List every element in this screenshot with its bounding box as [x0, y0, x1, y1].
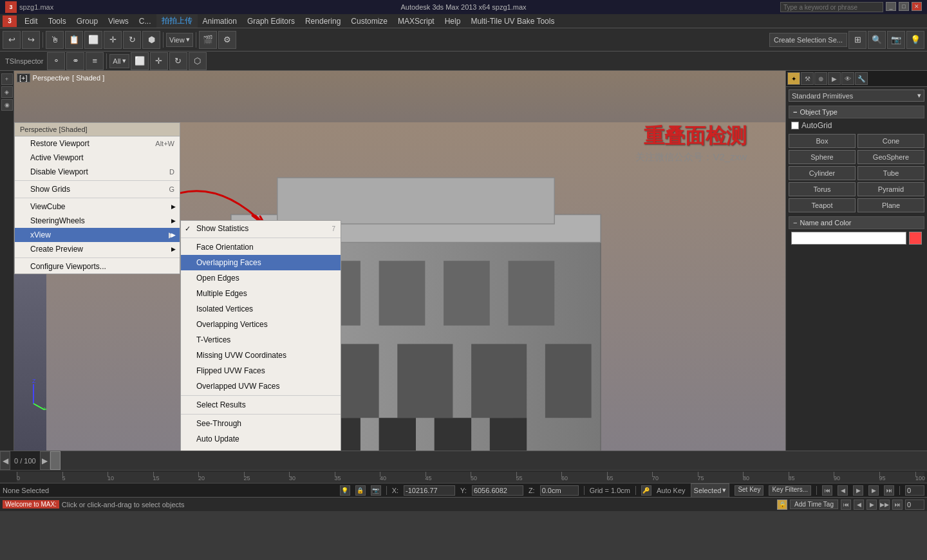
search-input[interactable]: [780, 2, 883, 12]
ts-btn-3[interactable]: ≡: [86, 52, 104, 70]
object-type-header[interactable]: − Object Type: [789, 106, 924, 118]
next-key-icon[interactable]: ▶: [868, 485, 879, 496]
xv-multiple-edges[interactable]: Multiple Edges: [181, 286, 341, 301]
obj-btn-pyramid[interactable]: Pyramid: [857, 182, 924, 196]
move-button[interactable]: ✛: [104, 31, 122, 49]
rotate-button[interactable]: ↻: [123, 31, 141, 49]
ts-move-btn[interactable]: ✛: [150, 52, 168, 70]
camera-icon[interactable]: 📷: [371, 485, 381, 496]
xv-select-results[interactable]: Select Results: [181, 397, 341, 413]
tb-extra-2[interactable]: 🔍: [868, 31, 886, 49]
tb-extra-4[interactable]: 💡: [906, 31, 924, 49]
prev-key-icon[interactable]: ◀: [838, 485, 848, 496]
vm-show-grids[interactable]: Show Grids G: [15, 182, 180, 196]
next-frame-icon[interactable]: ⏭: [884, 485, 894, 496]
xv-isolated-vertices[interactable]: Isolated Vertices: [181, 301, 341, 317]
y-input[interactable]: [472, 485, 523, 496]
ts-btn-2[interactable]: ⚭: [66, 52, 84, 70]
timeline-arrow-right[interactable]: ▶: [40, 451, 50, 470]
timeline-arrow-left[interactable]: ◀: [0, 451, 10, 470]
menu-edit[interactable]: Edit: [19, 15, 43, 27]
obj-btn-tube[interactable]: Tube: [857, 166, 924, 180]
close-button[interactable]: ✕: [912, 2, 922, 11]
scale-button[interactable]: ⬢: [142, 31, 160, 49]
rp-tab-modify[interactable]: ⚒: [801, 72, 814, 85]
play-icon[interactable]: ▶: [853, 485, 863, 496]
ts-scale-btn[interactable]: ⬡: [189, 52, 207, 70]
tb-extra-3[interactable]: 📷: [887, 31, 905, 49]
ls-btn-2[interactable]: ◈: [1, 86, 13, 98]
rp-tab-hierarchy[interactable]: ⊕: [814, 72, 827, 85]
ls-btn-3[interactable]: ◉: [1, 99, 13, 111]
menu-group[interactable]: Group: [71, 15, 103, 27]
xv-show-statistics[interactable]: Show Statistics 7: [181, 221, 341, 236]
xv-open-edges[interactable]: Open Edges: [181, 270, 341, 286]
vm-active-viewport[interactable]: Active Viewport: [15, 151, 180, 165]
redo-button[interactable]: ↪: [22, 31, 40, 49]
timeline-handle[interactable]: [50, 451, 61, 470]
obj-btn-box[interactable]: Box: [789, 134, 856, 148]
xv-flipped-uvw[interactable]: Flipped UVW Faces: [181, 363, 341, 378]
all-dropdown[interactable]: All ▾: [109, 54, 129, 68]
select-region-button[interactable]: ⬜: [84, 31, 102, 49]
frame-input[interactable]: [905, 485, 924, 496]
menu-maxscript[interactable]: MAXScript: [393, 15, 440, 27]
rp-tab-display[interactable]: 👁: [841, 72, 854, 85]
key-icon[interactable]: 🔑: [641, 485, 651, 496]
bs-icon-3[interactable]: ▶: [866, 499, 877, 510]
xv-display-on-top[interactable]: Display On Top: [181, 447, 341, 451]
vm-viewcube[interactable]: ViewCube: [15, 200, 180, 214]
key-filters-button[interactable]: Key Filters...: [769, 485, 811, 496]
rp-tab-motion[interactable]: ▶: [828, 72, 841, 85]
std-primitives-dropdown[interactable]: Standard Primitives ▾: [789, 89, 924, 102]
xv-overlapping-faces[interactable]: Overlapping Faces: [181, 255, 341, 270]
add-time-tag-button[interactable]: Add Time Tag: [790, 499, 838, 509]
obj-btn-sphere[interactable]: Sphere: [789, 150, 856, 164]
prev-frame-icon[interactable]: ⏮: [822, 485, 832, 496]
xv-see-through[interactable]: See-Through: [181, 416, 341, 431]
maximize-button[interactable]: □: [899, 2, 909, 11]
xv-t-vertices[interactable]: T-Vertices: [181, 332, 341, 348]
set-key-button[interactable]: Set Key: [735, 485, 763, 496]
z-input[interactable]: [540, 485, 579, 496]
lock-key-icon[interactable]: 🔒: [777, 499, 787, 510]
xv-missing-uvw[interactable]: Missing UVW Coordinates: [181, 348, 341, 363]
rp-tab-utilities[interactable]: 🔧: [855, 72, 868, 85]
obj-btn-teapot[interactable]: Teapot: [789, 198, 856, 212]
obj-btn-cylinder[interactable]: Cylinder: [789, 166, 856, 180]
lock-icon[interactable]: 🔒: [355, 485, 366, 496]
vm-disable-viewport[interactable]: Disable Viewport D: [15, 165, 180, 179]
menu-tools[interactable]: Tools: [43, 15, 71, 27]
bs-icon-1[interactable]: ⏮: [841, 499, 851, 510]
xv-overlapped-uvw[interactable]: Overlapped UVW Faces: [181, 378, 341, 394]
menu-rendering[interactable]: Rendering: [300, 15, 346, 27]
undo-button[interactable]: ↩: [3, 31, 21, 49]
render-button[interactable]: 🎬: [199, 31, 217, 49]
menu-animation[interactable]: Animation: [198, 15, 242, 27]
ts-btn-1[interactable]: ⚬: [47, 52, 65, 70]
viewport-dropdown[interactable]: View ▾: [166, 33, 193, 47]
ts-select-btn[interactable]: ⬜: [131, 52, 149, 70]
obj-btn-geosphere[interactable]: GeoSphere: [857, 150, 924, 164]
color-swatch[interactable]: [909, 232, 922, 245]
x-input[interactable]: [404, 485, 455, 496]
vm-xview[interactable]: xView ▶: [15, 228, 180, 242]
menu-customize[interactable]: Customize: [346, 15, 393, 27]
viewport-plus[interactable]: [+]: [17, 73, 30, 82]
timeline-slider[interactable]: [50, 451, 927, 470]
rp-tab-create[interactable]: ✦: [787, 72, 800, 85]
auto-grid-checkbox[interactable]: [791, 122, 799, 129]
render-setup-button[interactable]: ⚙: [218, 31, 236, 49]
xv-overlapping-vertices[interactable]: Overlapping Vertices: [181, 317, 341, 332]
bs-icon-4[interactable]: ▶▶: [879, 499, 890, 510]
bs-icon-5[interactable]: ⏭: [892, 499, 903, 510]
bs-frame-input[interactable]: [905, 499, 924, 510]
light-icon[interactable]: 💡: [340, 485, 350, 496]
menu-multitile[interactable]: Multi-Tile UV Bake Tools: [465, 15, 559, 27]
obj-btn-plane[interactable]: Plane: [857, 198, 924, 212]
xv-auto-update[interactable]: Auto Update: [181, 431, 341, 447]
xv-face-orientation[interactable]: Face Orientation: [181, 239, 341, 255]
select-by-name-button[interactable]: 📋: [65, 31, 83, 49]
selected-dropdown[interactable]: Selected ▾: [691, 483, 730, 498]
minimize-button[interactable]: _: [886, 2, 896, 11]
